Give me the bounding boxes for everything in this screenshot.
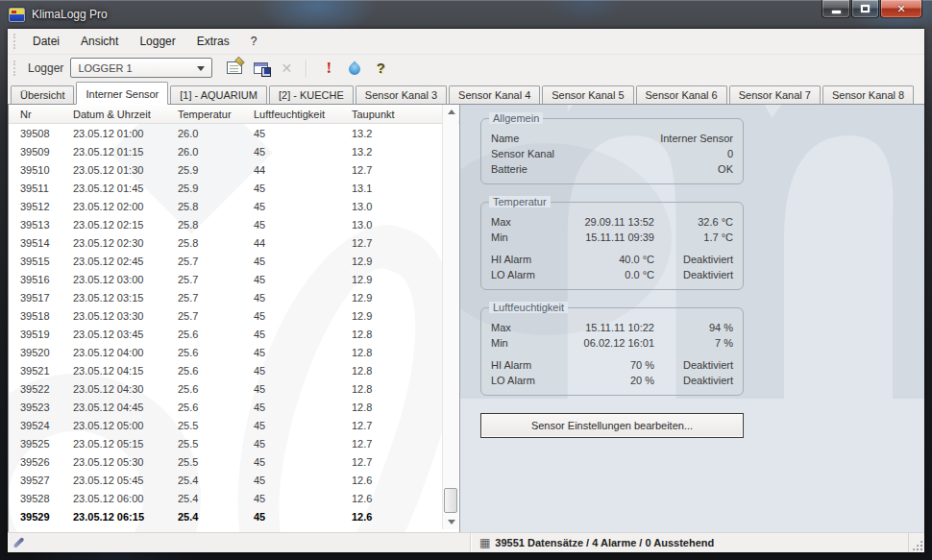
table-row[interactable]: 3952623.05.12 05:3025.54512.7: [9, 452, 459, 471]
column-header-nr[interactable]: Nr: [20, 109, 73, 120]
content-area: NrDatum & UhrzeitTemperaturLuftfeuchtigk…: [8, 105, 924, 532]
status-left-cell: [8, 533, 471, 552]
group-temperatur: Temperatur Max29.09.11 13:5232.6 °CMin15…: [480, 202, 744, 290]
table-cell: 25.6: [178, 347, 254, 358]
toolbar-grip[interactable]: [13, 61, 16, 76]
scroll-down-button[interactable]: [443, 515, 459, 529]
column-header-luftfeuchtigkeit[interactable]: Luftfeuchtigkeit: [254, 109, 352, 120]
table-cell: 12.9: [352, 292, 429, 304]
tab-sensor-kanal-4[interactable]: Sensor Kanal 4: [449, 85, 540, 105]
table-row[interactable]: 3952823.05.12 06:0025.44512.6: [9, 489, 459, 507]
menu-item-logger[interactable]: Logger: [129, 31, 185, 52]
table-row[interactable]: 3952523.05.12 05:1525.54512.7: [9, 434, 459, 452]
export-button[interactable]: [250, 58, 271, 79]
minimize-button[interactable]: [822, 0, 850, 18]
table-row[interactable]: 3952223.05.12 04:3025.64512.8: [9, 379, 459, 398]
menu-item-item[interactable]: ?: [240, 31, 268, 52]
table-row[interactable]: 3951823.05.12 03:3025.74512.9: [9, 306, 459, 325]
tab-interner-sensor[interactable]: Interner Sensor: [76, 82, 168, 105]
menubar-grip[interactable]: [13, 34, 16, 49]
logger-select[interactable]: LOGGER 1: [70, 58, 212, 78]
table-row[interactable]: 3951623.05.12 03:0025.74512.9: [9, 270, 459, 288]
table-cell: 23.05.12 03:15: [73, 292, 178, 304]
tab-2-kueche[interactable]: [2] - KUECHE: [269, 85, 354, 105]
table-row[interactable]: 3951923.05.12 03:4525.64512.8: [9, 325, 459, 343]
scroll-up-button[interactable]: [443, 105, 459, 119]
table-cell: 25.8: [178, 219, 254, 231]
table-row[interactable]: 3950823.05.12 01:0026.04513.2: [9, 124, 459, 142]
group-cell: Deaktiviert: [654, 252, 733, 267]
table-cell: 23.05.12 05:45: [73, 475, 178, 486]
logger-select-value: LOGGER 1: [78, 62, 132, 74]
export-icon: [254, 62, 268, 74]
table-cell: 23.05.12 02:30: [73, 237, 178, 249]
delete-button[interactable]: ✕: [276, 58, 297, 79]
group-row: LO Alarm0.0 °CDeaktiviert: [491, 267, 733, 282]
group-cell: 15.11.11 09:39: [572, 230, 654, 245]
tab-sensor-kanal-6[interactable]: Sensor Kanal 6: [636, 85, 727, 105]
column-header-datum-uhrzeit[interactable]: Datum & Uhrzeit: [73, 109, 178, 120]
alarm-button[interactable]: !: [318, 58, 339, 79]
triangle-up-icon: [448, 110, 455, 114]
tab-bersicht[interactable]: Übersicht: [11, 85, 74, 105]
group-row: HI Alarm70 %Deaktiviert: [491, 357, 733, 373]
group-row: Sensor Kanal0: [491, 146, 733, 161]
menu-item-extras[interactable]: Extras: [186, 31, 240, 52]
table-row[interactable]: 3951123.05.12 01:4525.94513.1: [9, 179, 459, 197]
table-row[interactable]: 3952323.05.12 04:4525.64512.8: [9, 398, 459, 416]
humidity-button[interactable]: [344, 58, 365, 79]
tab-sensor-kanal-8[interactable]: Sensor Kanal 8: [822, 85, 914, 105]
tab-sensor-kanal-3[interactable]: Sensor Kanal 3: [356, 85, 447, 105]
table-row[interactable]: 3952923.05.12 06:1525.44512.6: [9, 507, 459, 525]
table-cell: 23.05.12 04:15: [73, 365, 178, 377]
column-header-taupunkt[interactable]: Taupunkt: [352, 109, 429, 120]
table-cell: 12.9: [352, 256, 429, 267]
table-header[interactable]: NrDatum & UhrzeitTemperaturLuftfeuchtigk…: [9, 105, 459, 124]
delete-icon: ✕: [282, 61, 293, 76]
table-row[interactable]: 3950923.05.12 01:1526.04513.2: [9, 142, 459, 160]
table-cell: 39527: [20, 475, 73, 486]
help-button[interactable]: ?: [370, 58, 391, 79]
properties-button[interactable]: [224, 58, 245, 79]
scrollbar-thumb[interactable]: [444, 488, 457, 513]
title-bar[interactable]: KlimaLogg Pro ✕: [0, 0, 932, 29]
tab-sensor-kanal-5[interactable]: Sensor Kanal 5: [542, 85, 633, 105]
maximize-button[interactable]: [851, 0, 879, 18]
group-spacer: [491, 351, 733, 357]
vertical-scrollbar[interactable]: [442, 105, 458, 529]
records-icon: ▦: [479, 536, 490, 549]
table-cell: 13.0: [352, 219, 429, 231]
table-row[interactable]: 3952723.05.12 05:4525.44512.6: [9, 471, 459, 489]
table-row[interactable]: 3951723.05.12 03:1525.74512.9: [9, 288, 459, 306]
table-row[interactable]: 3951323.05.12 02:1525.84513.0: [9, 215, 459, 233]
table-row[interactable]: 3951423.05.12 02:3025.84412.7: [9, 233, 459, 252]
table-cell: 25.6: [178, 365, 254, 377]
column-header-temperatur[interactable]: Temperatur: [178, 109, 254, 120]
table-cell: 39519: [20, 329, 73, 340]
edit-sensor-settings-button[interactable]: Sensor Einstellungen bearbeiten...: [480, 413, 744, 438]
table-cell: 23.05.12 03:00: [73, 274, 178, 285]
table-row[interactable]: 3951023.05.12 01:3025.94412.7: [9, 160, 459, 179]
alarm-icon: !: [327, 59, 332, 78]
table-row[interactable]: 3951223.05.12 02:0025.84513.0: [9, 197, 459, 215]
menu-item-ansicht[interactable]: Ansicht: [70, 31, 129, 52]
table-cell: 39520: [20, 347, 73, 358]
table-cell: 45: [254, 511, 352, 523]
tab-1-aquarium[interactable]: [1] - AQUARIUM: [170, 85, 267, 105]
table-row[interactable]: 3952023.05.12 04:0025.64512.8: [9, 343, 459, 361]
table-row[interactable]: 3952123.05.12 04:1525.64512.8: [9, 361, 459, 379]
group-allgemein: Allgemein NameInterner SensorSensor Kana…: [480, 118, 744, 184]
table-cell: 12.6: [352, 511, 429, 523]
table-cell: 12.7: [352, 420, 429, 431]
table-cell: 45: [254, 420, 352, 431]
table-row[interactable]: 3951523.05.12 02:4525.74512.9: [9, 252, 459, 270]
tab-sensor-kanal-7[interactable]: Sensor Kanal 7: [729, 85, 821, 105]
close-button[interactable]: ✕: [880, 0, 922, 18]
menu-item-datei[interactable]: Datei: [22, 31, 70, 52]
table-cell: 23.05.12 05:15: [73, 438, 178, 450]
table-row[interactable]: 3952423.05.12 05:0025.54512.7: [9, 416, 459, 434]
resize-grip[interactable]: [908, 533, 924, 552]
group-cell: 29.09.11 13:52: [572, 214, 654, 230]
group-cell: LO Alarm: [491, 373, 572, 388]
group-cell: Min: [491, 335, 572, 351]
